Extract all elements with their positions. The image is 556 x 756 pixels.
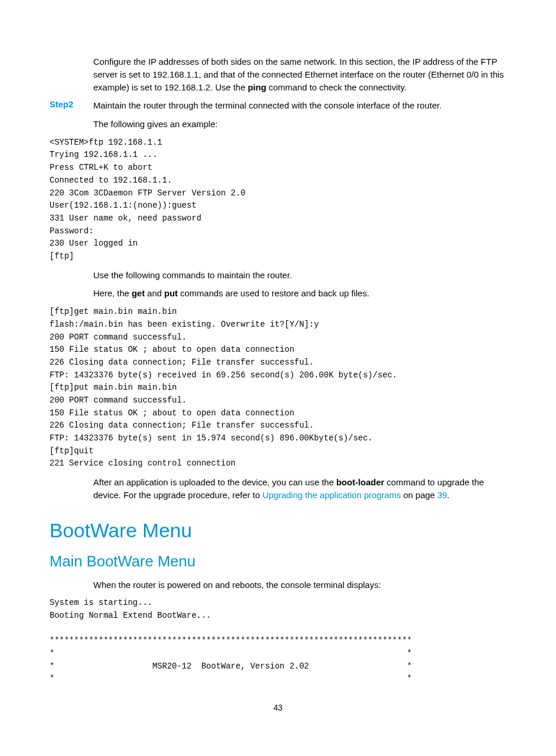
bold-bootloader: boot-loader — [336, 477, 385, 487]
paragraph-maintain: Use the following commands to maintain t… — [93, 269, 506, 282]
text: Here, the — [93, 288, 132, 298]
text: . — [447, 490, 449, 500]
text: on page — [401, 490, 438, 500]
bold-put: put — [164, 288, 178, 298]
paragraph-getput: Here, the get and put commands are used … — [93, 287, 506, 300]
text: and — [145, 288, 164, 298]
paragraph-intro: Configure the IP addresses of both sides… — [93, 55, 506, 93]
page-number: 43 — [50, 703, 506, 712]
text: commands are used to restore and back up… — [178, 288, 370, 298]
code-block-ftp-transfer: [ftp]get main.bin main.bin flash:/main.b… — [50, 306, 506, 470]
paragraph-example-intro: The following gives an example: — [93, 118, 506, 131]
bold-ping: ping — [248, 82, 266, 92]
heading-bootware-menu: BootWare Menu — [50, 519, 506, 542]
step2-row: Step2 Maintain the router through the te… — [50, 99, 506, 112]
link-page-39[interactable]: 39 — [437, 490, 447, 500]
heading-main-bootware-menu: Main BootWare Menu — [50, 552, 506, 570]
code-block-boot: System is starting... Booting Normal Ext… — [50, 597, 506, 685]
text: command to check the connectivity. — [266, 82, 407, 92]
paragraph-bootloader: After an application is uploaded to the … — [93, 476, 506, 502]
step2-label: Step2 — [50, 99, 93, 109]
text: After an application is uploaded to the … — [93, 477, 336, 487]
link-upgrading-programs[interactable]: Upgrading the application programs — [262, 490, 401, 500]
step2-text: Maintain the router through the terminal… — [93, 99, 506, 112]
code-block-ftp-login: <SYSTEM>ftp 192.168.1.1 Trying 192.168.1… — [50, 136, 506, 263]
paragraph-reboot: When the router is powered on and reboot… — [93, 579, 506, 592]
bold-get: get — [132, 288, 145, 298]
